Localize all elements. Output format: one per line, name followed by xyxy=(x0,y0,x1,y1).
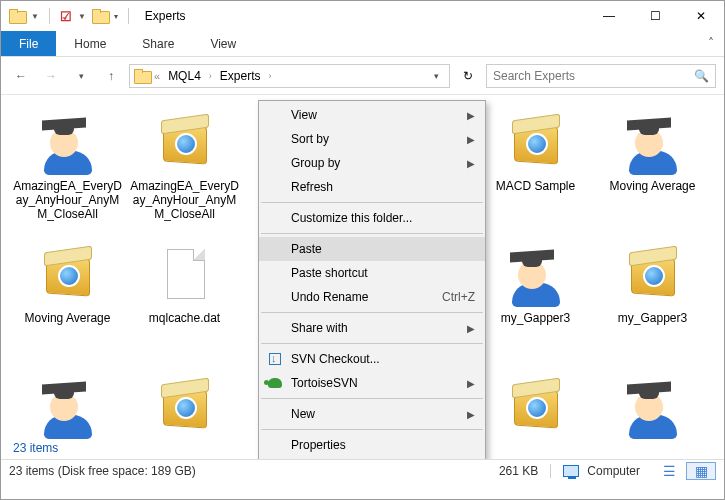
chevron-right-icon: ▶ xyxy=(467,110,475,121)
chevron-right-icon: ▶ xyxy=(467,134,475,145)
chevron-right-icon: ▶ xyxy=(467,158,475,169)
box-icon xyxy=(504,111,568,175)
nav-forward-button[interactable]: → xyxy=(39,64,63,88)
qat-dropdown-icon[interactable]: ▼ xyxy=(78,12,86,21)
chevron-right-icon: ▶ xyxy=(467,323,475,334)
ctx-group-by[interactable]: Group by▶ xyxy=(259,151,485,175)
file-label: Moving Average xyxy=(610,179,696,193)
file-label: Moving Average xyxy=(25,311,111,325)
search-placeholder: Search Experts xyxy=(493,69,575,83)
doc-icon xyxy=(153,243,217,307)
tab-home[interactable]: Home xyxy=(56,31,124,56)
breadcrumb-prefix-icon[interactable]: « xyxy=(154,70,160,82)
address-folder-icon xyxy=(134,69,150,83)
file-label: AmazingEA_EveryDay_AnyHour_AnyMM_CloseAl… xyxy=(130,179,239,221)
file-item[interactable]: AmazingEA_EveryDay_AnyHour_AnyMM_CloseAl… xyxy=(9,103,126,235)
ctx-properties[interactable]: Properties xyxy=(259,433,485,457)
ctx-tortoisesvn[interactable]: TortoiseSVN▶ xyxy=(259,371,485,395)
view-details-button[interactable]: ☰ xyxy=(654,462,684,480)
nav-bar: ← → ▾ ↑ « MQL4 › Experts › ▾ ↻ Search Ex… xyxy=(1,57,724,95)
window-title: Experts xyxy=(145,9,186,23)
chevron-right-icon[interactable]: › xyxy=(209,71,212,81)
file-item[interactable] xyxy=(594,367,711,459)
expert-icon xyxy=(36,111,100,175)
nav-up-button[interactable]: ↑ xyxy=(99,64,123,88)
ctx-paste[interactable]: Paste xyxy=(259,237,485,261)
box-icon xyxy=(153,375,217,439)
status-left: 23 items (Disk free space: 189 GB) xyxy=(9,464,196,478)
svn-checkout-icon xyxy=(267,351,283,367)
file-item[interactable]: my_Gapper3 xyxy=(477,235,594,367)
search-icon: 🔍 xyxy=(694,69,709,83)
separator xyxy=(550,464,551,478)
breadcrumb-experts[interactable]: Experts xyxy=(216,69,265,83)
expert-icon xyxy=(36,375,100,439)
qat-dropdown-icon[interactable]: ▼ xyxy=(31,12,39,21)
box-icon xyxy=(36,243,100,307)
file-label: AmazingEA_EveryDay_AnyHour_AnyMM_CloseAl… xyxy=(13,179,122,221)
ctx-new[interactable]: New▶ xyxy=(259,402,485,426)
chevron-right-icon: ▶ xyxy=(467,409,475,420)
separator xyxy=(128,8,129,24)
file-item[interactable]: AmazingEA_EveryDay_AnyHour_AnyMM_CloseAl… xyxy=(126,103,243,235)
box-icon xyxy=(504,375,568,439)
status-location: Computer xyxy=(587,464,640,478)
view-icons-button[interactable]: ▦ xyxy=(686,462,716,480)
separator xyxy=(261,233,483,234)
ctx-undo-rename[interactable]: Undo RenameCtrl+Z xyxy=(259,285,485,309)
file-label: MACD Sample xyxy=(496,179,575,193)
breadcrumb-mql4[interactable]: MQL4 xyxy=(164,69,205,83)
separator xyxy=(261,398,483,399)
context-menu: View▶ Sort by▶ Group by▶ Refresh Customi… xyxy=(258,100,486,459)
ctx-paste-shortcut[interactable]: Paste shortcut xyxy=(259,261,485,285)
ribbon-bar: File Home Share View ˄ xyxy=(1,31,724,57)
file-item[interactable]: Moving Average xyxy=(594,103,711,235)
nav-recent-dropdown[interactable]: ▾ xyxy=(69,64,93,88)
nav-back-button[interactable]: ← xyxy=(9,64,33,88)
computer-icon xyxy=(563,465,579,477)
separator xyxy=(261,343,483,344)
maximize-button[interactable]: ☐ xyxy=(632,1,678,31)
file-item[interactable]: MACD Sample xyxy=(477,103,594,235)
refresh-button[interactable]: ↻ xyxy=(456,64,480,88)
file-label: my_Gapper3 xyxy=(618,311,687,325)
file-view[interactable]: AmazingEA_EveryDay_AnyHour_AnyMM_CloseAl… xyxy=(1,95,724,459)
expert-icon xyxy=(621,375,685,439)
file-item[interactable]: mqlcache.dat xyxy=(126,235,243,367)
file-tab[interactable]: File xyxy=(1,31,56,56)
tab-view[interactable]: View xyxy=(192,31,254,56)
ctx-customize[interactable]: Customize this folder... xyxy=(259,206,485,230)
qat-newfolder-icon[interactable] xyxy=(92,9,108,23)
chevron-right-icon: ▶ xyxy=(467,378,475,389)
tab-share[interactable]: Share xyxy=(124,31,192,56)
file-label: my_Gapper3 xyxy=(501,311,570,325)
separator xyxy=(49,8,50,24)
ctx-view[interactable]: View▶ xyxy=(259,103,485,127)
qat-customize-icon[interactable]: ▾ xyxy=(114,12,118,21)
close-button[interactable]: ✕ xyxy=(678,1,724,31)
ctx-svn-checkout[interactable]: SVN Checkout... xyxy=(259,347,485,371)
expert-icon xyxy=(504,243,568,307)
tortoise-icon xyxy=(267,375,283,391)
separator xyxy=(261,202,483,203)
ctx-sort-by[interactable]: Sort by▶ xyxy=(259,127,485,151)
minimize-button[interactable]: — xyxy=(586,1,632,31)
box-icon xyxy=(153,111,217,175)
item-count: 23 items xyxy=(13,441,58,455)
ctx-shortcut: Ctrl+Z xyxy=(442,290,475,304)
address-dropdown-icon[interactable]: ▾ xyxy=(428,71,445,81)
box-icon xyxy=(621,243,685,307)
title-bar: ▼ ☑ ▼ ▾ Experts — ☐ ✕ xyxy=(1,1,724,31)
file-item[interactable] xyxy=(477,367,594,459)
search-input[interactable]: Search Experts 🔍 xyxy=(486,64,716,88)
ribbon-expand-icon[interactable]: ˄ xyxy=(698,31,724,56)
qat-properties-icon[interactable]: ☑ xyxy=(60,9,72,24)
file-item[interactable]: Moving Average xyxy=(9,235,126,367)
file-item[interactable] xyxy=(126,367,243,459)
address-bar[interactable]: « MQL4 › Experts › ▾ xyxy=(129,64,450,88)
ctx-refresh[interactable]: Refresh xyxy=(259,175,485,199)
file-item[interactable]: my_Gapper3 xyxy=(594,235,711,367)
separator xyxy=(261,429,483,430)
ctx-share-with[interactable]: Share with▶ xyxy=(259,316,485,340)
chevron-right-icon[interactable]: › xyxy=(269,71,272,81)
